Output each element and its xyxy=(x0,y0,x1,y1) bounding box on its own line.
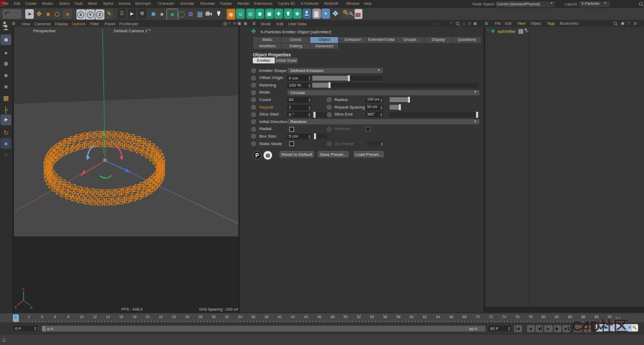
svg-text:Z: Z xyxy=(31,306,33,309)
svg-text:X: X xyxy=(14,306,17,309)
svg-text:Y: Y xyxy=(22,288,24,291)
